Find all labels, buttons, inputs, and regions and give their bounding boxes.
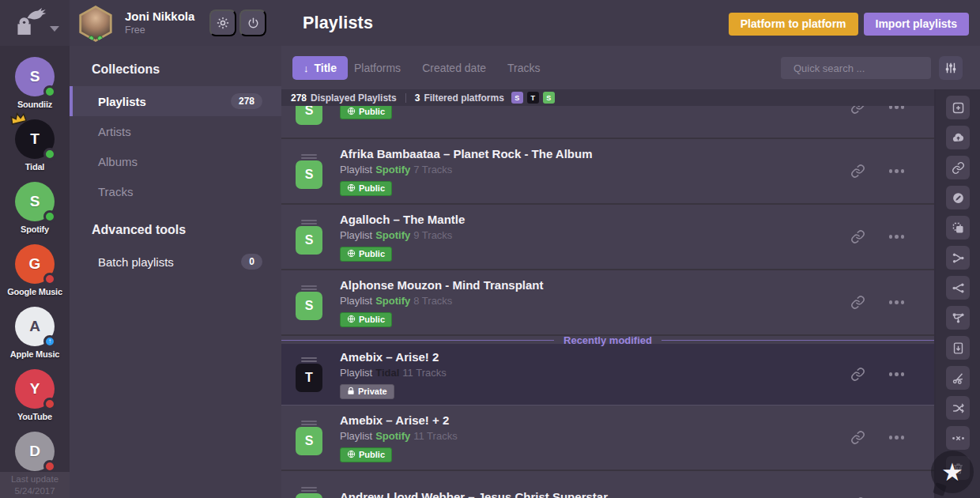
sidebar-item-playlists[interactable]: Playlists 278	[70, 86, 281, 116]
playlist-row-partial[interactable]: S Public	[281, 106, 934, 139]
playlist-row[interactable]: S Amebix – Arise! + 2 PlaylistSpotify11 …	[281, 406, 934, 471]
more-options-icon[interactable]	[889, 372, 905, 376]
playlist-title: Amebix – Arise! 2	[340, 350, 447, 364]
gear-icon	[216, 16, 230, 30]
share-link-icon[interactable]	[850, 367, 865, 382]
app-logo[interactable]	[0, 0, 70, 46]
playlist-row[interactable]: S Afrika Bambaataa – Planet Rock - The A…	[281, 139, 934, 205]
tab-platforms[interactable]: Platforms	[354, 62, 401, 74]
user-name: Joni Nikkola	[125, 9, 194, 23]
public-badge: Public	[340, 447, 392, 462]
playlist-row-partial[interactable]: S Andrew Lloyd Webber – Jesus Christ Sup…	[281, 471, 934, 498]
status-dot-connected	[43, 85, 56, 98]
more-options-icon[interactable]	[889, 106, 905, 109]
share-link-icon[interactable]	[850, 164, 865, 179]
platform-google-music[interactable]: G Google Music	[0, 244, 70, 307]
main-header: Playlists Platform to platform Import pl…	[281, 0, 980, 46]
export-button[interactable]	[946, 336, 970, 360]
merge-icon	[952, 251, 965, 265]
platform-apple-music[interactable]: A ↑ Apple Music	[0, 307, 70, 369]
share-link-icon[interactable]	[850, 229, 865, 244]
collections-heading: Collections	[70, 46, 281, 86]
share-link-icon[interactable]	[850, 295, 865, 310]
status-dot-connected	[43, 210, 56, 223]
sidebar-item-batch-playlists[interactable]: Batch playlists 0	[70, 247, 281, 277]
playlist-icon: S	[296, 285, 322, 320]
more-options-icon[interactable]	[889, 235, 905, 239]
combine-icon	[952, 311, 965, 325]
filter-badge-soundiiz[interactable]: S	[511, 92, 523, 104]
sidebar-item-albums[interactable]: Albums	[70, 146, 281, 176]
sort-descending-icon: ↓	[303, 62, 309, 74]
playlist-icon: S	[296, 106, 322, 125]
tidal-icon: T	[15, 119, 55, 159]
import-playlists-button[interactable]: Import playlists	[864, 13, 969, 36]
platform-soundiiz[interactable]: S Soundiiz	[0, 57, 70, 119]
platform-youtube[interactable]: Y YouTube	[0, 369, 70, 432]
playlist-icon: S	[296, 220, 322, 255]
combine-button[interactable]	[946, 306, 970, 330]
avatar-status-dot	[89, 36, 94, 41]
split-button[interactable]	[946, 276, 970, 300]
copy-icon	[952, 221, 965, 235]
logo-dropdown-caret	[50, 26, 59, 32]
search-input[interactable]	[793, 62, 933, 74]
filter-options-button[interactable]	[939, 56, 963, 80]
filter-badge-tidal[interactable]: T	[527, 92, 539, 104]
deduplicate-icon	[952, 432, 965, 445]
platform-tidal[interactable]: T Tidal	[0, 119, 70, 182]
add-playlist-button[interactable]	[946, 96, 970, 119]
playlists-count-badge: 278	[231, 93, 262, 109]
logout-button[interactable]	[239, 9, 266, 36]
soundiiz-icon: S	[15, 57, 55, 96]
sidebar-item-artists[interactable]: Artists	[70, 116, 281, 146]
status-dot-connected	[43, 148, 56, 160]
platform-to-platform-button[interactable]: Platform to platform	[729, 13, 858, 36]
upload-button[interactable]	[946, 126, 970, 149]
more-options-icon[interactable]	[889, 300, 905, 304]
playlist-row[interactable]: S Agalloch – The Mantle PlaylistSpotify9…	[281, 205, 934, 270]
sort-title-button[interactable]: ↓ Title	[292, 56, 348, 80]
deduplicate-button[interactable]	[946, 426, 970, 450]
link-icon	[952, 161, 965, 175]
status-dot-uploading: ↑	[43, 335, 56, 348]
recently-modified-divider: Recently modified	[281, 336, 934, 344]
playlist-row[interactable]: S Alphonse Mouzon - Mind Transplant Play…	[281, 270, 934, 336]
add-square-icon	[952, 101, 965, 115]
cut-button[interactable]	[946, 366, 970, 390]
avatar[interactable]	[78, 6, 113, 42]
platform-spotify[interactable]: S Spotify	[0, 182, 70, 244]
feedback-button[interactable]: ★	[931, 451, 974, 493]
lock-icon	[347, 387, 355, 395]
more-options-icon[interactable]	[889, 169, 905, 173]
share-link-icon[interactable]	[850, 106, 865, 115]
google-music-icon: G	[15, 244, 55, 284]
more-options-icon[interactable]	[889, 436, 905, 440]
copy-button[interactable]	[946, 216, 970, 240]
playlist-list: S Public S	[281, 106, 934, 498]
shuffle-icon	[952, 402, 965, 415]
edit-pen-icon	[952, 191, 965, 205]
share-link-button[interactable]	[946, 156, 970, 179]
shuffle-button[interactable]	[946, 396, 970, 420]
filter-bar: ↓ Title Platforms Created date Tracks	[281, 46, 980, 89]
filtered-count: 3	[415, 92, 420, 104]
share-link-icon[interactable]	[850, 430, 865, 445]
globe-icon	[347, 450, 356, 458]
soundiiz-logo-icon	[11, 8, 46, 38]
playlist-row-selected[interactable]: T Amebix – Arise! 2 PlaylistTidal11 Trac…	[281, 344, 934, 406]
upload-arrow-icon: ↑	[48, 338, 51, 345]
playlist-icon: S	[296, 154, 322, 189]
sidebar-item-tracks[interactable]: Tracks	[70, 176, 281, 206]
status-dot-disconnected	[43, 460, 56, 473]
filter-badge-spotify[interactable]: S	[543, 92, 555, 104]
tab-created-date[interactable]: Created date	[422, 62, 486, 74]
status-dot-disconnected	[43, 398, 56, 410]
merge-button[interactable]	[946, 246, 970, 270]
tab-tracks[interactable]: Tracks	[507, 62, 540, 74]
displayed-count: 278	[291, 92, 307, 104]
deezer-icon: D	[15, 432, 55, 471]
settings-button[interactable]	[209, 9, 236, 36]
public-badge: Public	[340, 106, 392, 119]
edit-button[interactable]	[946, 186, 970, 209]
